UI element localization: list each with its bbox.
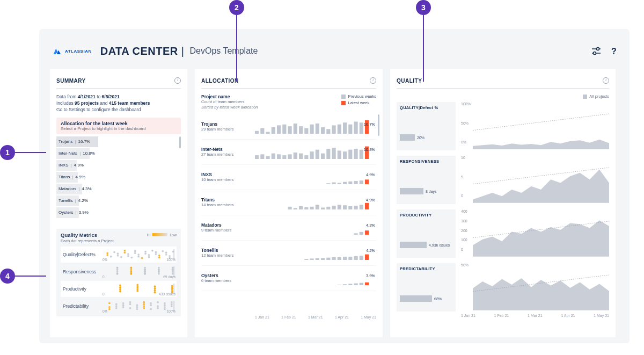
info-icon[interactable] — [174, 77, 181, 84]
svg-point-110 — [129, 307, 131, 309]
svg-point-64 — [144, 271, 146, 273]
svg-point-5 — [124, 249, 126, 251]
info-icon[interactable] — [603, 77, 609, 84]
svg-rect-194 — [338, 183, 341, 184]
project-item-matadors[interactable]: Matadors|4.3% — [56, 184, 181, 194]
annotation-3: 3 — [416, 0, 431, 15]
svg-rect-144 — [294, 123, 297, 133]
svg-rect-142 — [282, 124, 286, 133]
quality-row: RESPONSIVENESS 8 days 1050 — [397, 156, 609, 204]
svg-point-7 — [144, 250, 147, 252]
svg-rect-280 — [348, 284, 352, 285]
svg-rect-262 — [365, 254, 369, 259]
info-icon[interactable] — [370, 77, 376, 84]
svg-rect-283 — [365, 282, 369, 285]
quality-tile[interactable]: RESPONSIVENESS 8 days — [397, 156, 456, 204]
project-item-trojans[interactable]: Trojans|16.7% — [56, 136, 181, 147]
svg-point-102 — [119, 288, 121, 291]
summary-title: SUMMARY — [56, 78, 86, 84]
svg-point-134 — [143, 307, 145, 309]
svg-point-93 — [171, 289, 173, 291]
quality-tile[interactable]: QUALITY|Defect % 20% — [397, 102, 456, 150]
svg-point-62 — [116, 266, 119, 269]
svg-rect-169 — [316, 149, 319, 158]
svg-point-9 — [165, 251, 167, 253]
allocation-title: ALLOCATION — [201, 78, 239, 84]
svg-text:?: ? — [611, 47, 617, 56]
svg-rect-162 — [277, 154, 281, 159]
svg-point-107 — [136, 304, 138, 306]
svg-rect-175 — [348, 149, 352, 158]
svg-rect-140 — [272, 127, 275, 133]
svg-point-51 — [172, 273, 174, 275]
allocation-row[interactable]: Tonellis12 team members 4.2% — [201, 241, 376, 266]
svg-rect-197 — [354, 180, 357, 184]
allocation-row[interactable]: Oysters6 team members 3.9% — [201, 266, 376, 291]
svg-rect-156 — [360, 122, 363, 134]
svg-rect-145 — [299, 126, 303, 134]
allocation-row[interactable]: Trojans29 team members 16.7% — [201, 114, 376, 140]
svg-point-66 — [172, 266, 174, 269]
qm-row: Predictability 0%100% — [61, 298, 177, 314]
svg-rect-218 — [354, 206, 357, 209]
scrollbar[interactable] — [378, 114, 379, 136]
svg-point-34 — [148, 256, 150, 258]
svg-point-100 — [154, 289, 156, 292]
svg-point-54 — [144, 266, 146, 269]
svg-rect-256 — [332, 257, 335, 259]
svg-point-27 — [144, 252, 147, 255]
summary-date-range: Data from 4/1/2021 to 6/5/2021 — [56, 94, 181, 100]
project-item-tonellis[interactable]: Tonellis|4.2% — [56, 195, 181, 206]
svg-rect-206 — [288, 206, 291, 209]
svg-rect-176 — [354, 148, 357, 158]
summary-settings-hint: Go to Settings to configure the dashboar… — [56, 107, 181, 113]
svg-point-20 — [141, 257, 143, 259]
svg-line-284 — [473, 114, 609, 131]
quality-tile[interactable]: PRODUCTIVITY 4,936 issues — [397, 209, 456, 258]
svg-point-67 — [116, 273, 119, 275]
settings-icon[interactable] — [591, 47, 602, 55]
svg-rect-279 — [343, 284, 347, 285]
allocation-row[interactable]: INXS10 team members 4.9% — [201, 165, 376, 190]
allocation-row[interactable]: Inter-Nets27 team members 10.8% — [201, 140, 376, 165]
svg-rect-161 — [272, 153, 275, 158]
svg-point-12 — [127, 253, 129, 255]
svg-rect-281 — [354, 283, 357, 285]
svg-rect-153 — [343, 122, 347, 134]
svg-rect-214 — [332, 206, 335, 209]
dashboard-frame: ATLASSIAN DATA CENTER | DevOps Template … — [39, 29, 630, 343]
svg-point-125 — [164, 306, 166, 308]
quality-tile[interactable]: PREDICTABILITY 68% — [397, 263, 456, 311]
page-subtitle: DevOps Template — [190, 46, 258, 56]
qm-row: Productivity 0430 issues — [61, 281, 177, 297]
project-item-inter-nets[interactable]: Inter-Nets|10.8% — [56, 148, 181, 159]
svg-rect-141 — [277, 125, 281, 134]
svg-point-24 — [113, 251, 115, 253]
svg-point-130 — [129, 303, 131, 305]
svg-rect-137 — [255, 131, 259, 133]
svg-point-123 — [122, 304, 125, 306]
svg-rect-167 — [304, 155, 308, 159]
svg-point-117 — [136, 306, 138, 308]
svg-rect-212 — [321, 207, 325, 209]
svg-point-28 — [155, 253, 157, 255]
project-item-oysters[interactable]: Oysters|3.9% — [56, 207, 181, 218]
help-icon[interactable]: ? — [609, 46, 619, 56]
svg-rect-149 — [321, 127, 325, 133]
svg-rect-151 — [332, 125, 335, 134]
project-item-titans[interactable]: Titans|4.9% — [56, 172, 181, 183]
svg-point-11 — [117, 252, 119, 255]
svg-point-119 — [108, 308, 111, 310]
qm-rows: Quality|Defect% 0%100%Responsiveness 069… — [61, 247, 177, 314]
svg-point-131 — [150, 304, 152, 306]
svg-point-94 — [119, 284, 121, 286]
allocation-row[interactable]: Matadors9 team members 4.3% — [201, 215, 376, 241]
svg-rect-139 — [266, 132, 269, 133]
allocation-row[interactable]: Titans14 team members 4.9% — [201, 190, 376, 215]
svg-point-114 — [143, 303, 145, 305]
project-item-inxs[interactable]: INXS|4.9% — [56, 160, 181, 171]
quality-legend: All projects — [397, 94, 609, 99]
svg-point-3 — [594, 52, 596, 55]
svg-rect-215 — [338, 205, 341, 209]
svg-point-122 — [171, 303, 173, 305]
